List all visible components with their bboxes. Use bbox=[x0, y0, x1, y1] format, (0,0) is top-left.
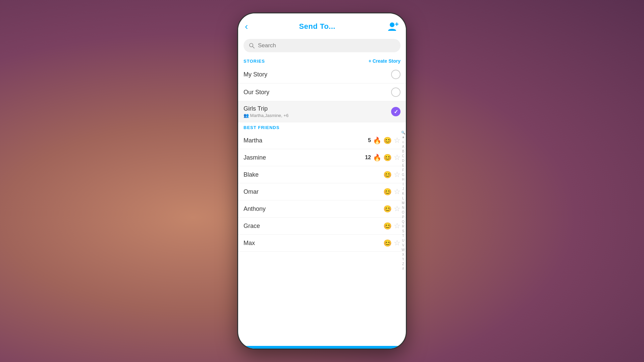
martha-star[interactable]: ☆ bbox=[394, 136, 400, 145]
jasmine-item[interactable]: Jasmine 12 🔥 😊 ☆ bbox=[238, 149, 406, 166]
anthony-star[interactable]: ☆ bbox=[394, 204, 400, 213]
girls-trip-item[interactable]: Girls Trip 👥 Martha,Jasmine, +6 bbox=[238, 101, 406, 122]
max-star[interactable]: ☆ bbox=[394, 239, 400, 247]
martha-item[interactable]: Martha 5 🔥 😊 ☆ bbox=[238, 132, 406, 149]
anthony-item[interactable]: Anthony 😊 ☆ bbox=[238, 200, 406, 218]
martha-streak: 5 bbox=[368, 137, 371, 143]
jasmine-name: Jasmine bbox=[244, 154, 365, 161]
my-story-radio[interactable] bbox=[391, 70, 400, 79]
svg-line-4 bbox=[253, 47, 254, 48]
alpha-j[interactable]: J bbox=[402, 187, 404, 191]
martha-fire-emoji: 🔥 bbox=[373, 136, 381, 144]
jasmine-friend-emoji: 😊 bbox=[383, 154, 392, 162]
search-bar bbox=[244, 39, 400, 52]
alpha-m[interactable]: M bbox=[402, 201, 405, 205]
create-story-button[interactable]: + Create Story bbox=[369, 58, 400, 64]
alpha-face[interactable]: ☺ bbox=[401, 140, 405, 144]
alpha-hash[interactable]: # bbox=[402, 266, 404, 271]
svg-point-0 bbox=[390, 22, 394, 27]
our-story-name: Our Story bbox=[244, 89, 391, 96]
grace-info: Grace bbox=[244, 223, 383, 230]
omar-name: Omar bbox=[244, 188, 383, 195]
jasmine-actions: 12 🔥 😊 ☆ bbox=[365, 153, 400, 162]
blake-actions: 😊 ☆ bbox=[383, 170, 400, 179]
alpha-y[interactable]: Y bbox=[402, 257, 405, 262]
alpha-z[interactable]: Z bbox=[402, 262, 404, 266]
grace-item[interactable]: Grace 😊 ☆ bbox=[238, 218, 406, 235]
back-button[interactable]: ‹ bbox=[245, 22, 248, 31]
alpha-x[interactable]: X bbox=[402, 252, 405, 257]
omar-star[interactable]: ☆ bbox=[394, 187, 400, 196]
bottom-bar bbox=[238, 346, 406, 349]
alpha-h[interactable]: H bbox=[402, 177, 404, 182]
our-story-info: Our Story bbox=[244, 89, 391, 96]
alpha-c[interactable]: C bbox=[402, 154, 404, 159]
alpha-t[interactable]: T bbox=[402, 234, 404, 238]
alpha-s[interactable]: S bbox=[402, 229, 405, 234]
alpha-search[interactable]: 🔍 bbox=[401, 130, 405, 135]
blake-name: Blake bbox=[244, 171, 383, 178]
our-story-item[interactable]: Our Story bbox=[238, 83, 406, 101]
alpha-e[interactable]: E bbox=[402, 163, 405, 168]
martha-info: Martha bbox=[244, 137, 368, 144]
blake-star[interactable]: ☆ bbox=[394, 170, 400, 179]
add-friend-icon bbox=[387, 21, 398, 32]
alpha-b[interactable]: B bbox=[402, 149, 405, 154]
max-actions: 😊 ☆ bbox=[383, 239, 400, 247]
alpha-o[interactable]: O bbox=[402, 210, 405, 215]
anthony-friend-emoji: 😊 bbox=[383, 205, 392, 213]
alpha-q[interactable]: Q bbox=[402, 220, 405, 224]
omar-friend-emoji: 😊 bbox=[383, 188, 392, 196]
max-item[interactable]: Max 😊 ☆ bbox=[238, 235, 406, 252]
stories-section-header: STORIES + Create Story bbox=[238, 56, 406, 66]
stories-label: STORIES bbox=[244, 59, 265, 64]
girls-trip-name: Girls Trip bbox=[244, 105, 391, 112]
alpha-r[interactable]: R bbox=[402, 224, 404, 229]
girls-trip-info: Girls Trip 👥 Martha,Jasmine, +6 bbox=[244, 105, 391, 118]
jasmine-star[interactable]: ☆ bbox=[394, 153, 400, 162]
alpha-v[interactable]: V bbox=[402, 243, 405, 248]
max-friend-emoji: 😊 bbox=[383, 239, 392, 247]
alpha-p[interactable]: P bbox=[402, 215, 405, 220]
my-story-name: My Story bbox=[244, 71, 391, 78]
my-story-item[interactable]: My Story bbox=[238, 66, 406, 83]
alpha-n[interactable]: N bbox=[402, 205, 404, 210]
omar-actions: 😊 ☆ bbox=[383, 187, 400, 196]
search-input[interactable] bbox=[258, 42, 395, 49]
martha-friend-emoji: 😊 bbox=[383, 136, 392, 144]
alpha-g[interactable]: G bbox=[402, 173, 405, 177]
anthony-name: Anthony bbox=[244, 205, 383, 213]
jasmine-streak: 12 bbox=[365, 155, 371, 161]
blake-friend-emoji: 😊 bbox=[383, 171, 392, 179]
omar-item[interactable]: Omar 😊 ☆ bbox=[238, 183, 406, 200]
alpha-w[interactable]: W bbox=[401, 248, 405, 252]
my-story-info: My Story bbox=[244, 71, 391, 78]
best-friends-section-header: BEST FRIENDS bbox=[238, 122, 406, 132]
jasmine-info: Jasmine bbox=[244, 154, 365, 161]
best-friends-label: BEST FRIENDS bbox=[244, 125, 279, 130]
martha-name: Martha bbox=[244, 137, 368, 144]
content-area: STORIES + Create Story My Story Our Stor… bbox=[238, 56, 406, 346]
girls-trip-radio[interactable] bbox=[391, 107, 400, 116]
alpha-star[interactable]: ★ bbox=[402, 135, 405, 140]
header: ‹ Send To... bbox=[238, 13, 406, 36]
alpha-f[interactable]: F bbox=[402, 168, 404, 173]
martha-actions: 5 🔥 😊 ☆ bbox=[368, 136, 400, 145]
blake-item[interactable]: Blake 😊 ☆ bbox=[238, 166, 406, 183]
alpha-l[interactable]: L bbox=[402, 196, 404, 201]
alpha-u[interactable]: U bbox=[402, 238, 404, 243]
omar-info: Omar bbox=[244, 188, 383, 195]
grace-actions: 😊 ☆ bbox=[383, 222, 400, 230]
jasmine-fire-emoji: 🔥 bbox=[373, 154, 381, 162]
alpha-k[interactable]: K bbox=[402, 191, 405, 196]
phone-container: ‹ Send To... STORIES bbox=[238, 13, 406, 349]
alpha-a[interactable]: A bbox=[402, 144, 405, 149]
grace-star[interactable]: ☆ bbox=[394, 222, 400, 230]
page-title: Send To... bbox=[299, 22, 335, 31]
alpha-d[interactable]: D bbox=[402, 159, 404, 163]
alpha-i[interactable]: I bbox=[403, 182, 404, 187]
our-story-radio[interactable] bbox=[391, 87, 400, 97]
add-friend-button[interactable] bbox=[386, 20, 399, 33]
grace-name: Grace bbox=[244, 223, 383, 230]
girls-trip-subtitle: 👥 Martha,Jasmine, +6 bbox=[244, 113, 391, 118]
